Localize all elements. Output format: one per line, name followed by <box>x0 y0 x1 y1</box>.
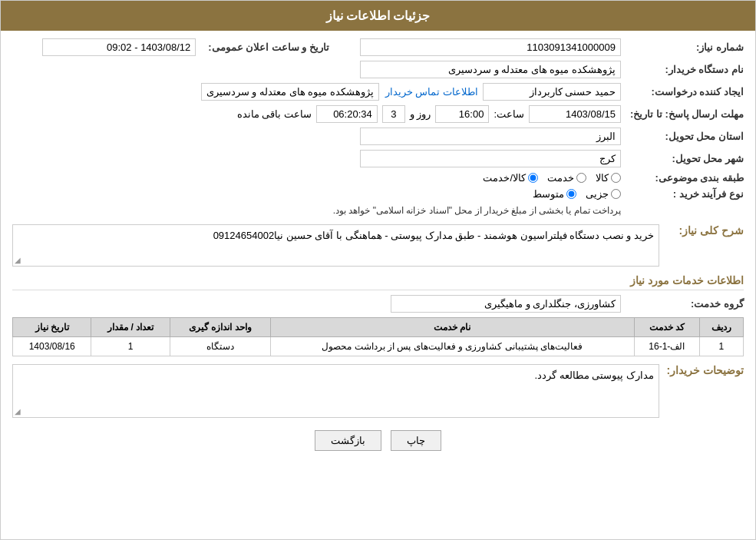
tarikh-label: تاریخ و ساعت اعلان عمومی: <box>202 41 329 53</box>
col-kodKhadamat: کد خدمت <box>634 318 699 337</box>
button-row: چاپ بازگشت <box>12 430 744 463</box>
mohlat-roz-label: روز و <box>405 108 436 120</box>
radio-kala[interactable]: کالا <box>596 172 621 184</box>
services-table: ردیف کد خدمت نام خدمت واحد اندازه گیری ت… <box>12 317 744 356</box>
noeFarayand-radiogroup: جزیی متوسط <box>333 188 621 200</box>
radio-motevaset[interactable]: متوسط <box>533 188 576 200</box>
sharhKoli-value: خرید و نصب دستگاه فیلتراسیون هوشمند - طب… <box>213 230 654 241</box>
mohlat-saat-label: ساعت: <box>489 108 529 120</box>
toseiatKharidar-value: مدارک پیوستی مطالعه گردد. <box>535 369 654 381</box>
noeFarayand-label: نوع فرآیند خرید : <box>621 188 744 200</box>
tabaghebandi-label: طبقه بندی موضوعی: <box>621 172 744 184</box>
mohlat-date: 1403/08/15 <box>529 105 621 123</box>
shahr-label: شهر محل تحویل: <box>621 153 744 164</box>
mohlat-saat: 16:00 <box>435 105 489 123</box>
col-tedad: تعداد / مقدار <box>91 318 170 337</box>
tabaghebandi-radiogroup: کالا خدمت کالا/خدمت <box>483 172 621 184</box>
table-row: 1الف-1-16فعالیت‌های پشتیبانی کشاورزی و ف… <box>13 337 744 356</box>
groheKhadamat-value: کشاورزی، جنگلداری و ماهیگیری <box>391 295 621 313</box>
groheKhadamat-label: گروه خدمت: <box>621 298 744 310</box>
table-cell: الف-1-16 <box>634 337 699 356</box>
toseiatKharidar-label: توضیحات خریدار: <box>659 364 744 376</box>
purchase-note: پرداخت تمام یا بخشی از مبلغ خریدار از مح… <box>333 203 621 218</box>
namDastgah-label: نام دستگاه خریدار: <box>621 64 744 75</box>
chap-button[interactable]: چاپ <box>391 430 441 451</box>
resize-handle2-icon: ◢ <box>15 407 21 416</box>
ostan-label: استان محل تحویل: <box>621 131 744 142</box>
resize-handle-icon: ◢ <box>15 256 21 264</box>
shomareNiaz-label: شماره نیاز: <box>621 41 744 53</box>
ejadKonande-link[interactable]: اطلاعات تماس خریدار <box>385 86 478 98</box>
shahr-value: کرج <box>360 150 621 167</box>
table-cell: 1403/08/16 <box>13 337 91 356</box>
shomareNiaz-value: 1103091341000009 <box>360 38 621 56</box>
col-namKhadamat: نام خدمت <box>270 318 634 337</box>
col-vahed: واحد اندازه گیری <box>170 318 270 337</box>
radio-khadamat[interactable]: خدمت <box>547 172 586 184</box>
radio-kala-khadamat[interactable]: کالا/خدمت <box>483 172 538 184</box>
table-cell: فعالیت‌های پشتیبانی کشاورزی و فعالیت‌های… <box>270 337 634 356</box>
table-cell: دستگاه <box>170 337 270 356</box>
table-cell: 1 <box>91 337 170 356</box>
bazgasht-button[interactable]: بازگشت <box>315 430 381 451</box>
tarikh-value: 1403/08/12 - 09:02 <box>42 38 196 56</box>
mohlat-label: مهلت ارسال پاسخ: تا تاریخ: <box>621 108 744 120</box>
mohlat-baqi: 06:20:34 <box>316 105 378 123</box>
mohlat-roz: 3 <box>382 105 405 123</box>
ejadKonande-full: پژوهشکده میوه های معتدله و سردسیری <box>201 83 379 101</box>
col-radif: ردیف <box>699 318 743 337</box>
radio-motevaset-label: متوسط <box>533 188 564 200</box>
ejadKonande-label: ایجاد کننده درخواست: <box>621 86 744 98</box>
ejadKonande-value: حمید حسنی کاربرداز <box>483 83 621 101</box>
ostan-value: البرز <box>360 128 621 145</box>
mohlat-baqi-label: ساعت باقی مانده <box>233 108 316 120</box>
services-heading: اطلاعات خدمات مورد نیاز <box>12 274 744 290</box>
namDastgah-value: پژوهشکده میوه های معتدله و سردسیری <box>360 61 621 78</box>
radio-kala-label: کالا <box>596 172 609 184</box>
radio-jozi-label: جزیی <box>586 188 609 200</box>
radio-khadamat-label: خدمت <box>547 172 574 184</box>
toseiatKharidar-box: مدارک پیوستی مطالعه گردد. ◢ <box>12 364 659 418</box>
radio-jozi[interactable]: جزیی <box>586 188 621 200</box>
radio-kala-khadamat-label: کالا/خدمت <box>483 172 526 184</box>
page-title: جزئیات اطلاعات نیاز <box>1 1 755 31</box>
sharhKoli-label: شرح کلی نیاز: <box>659 224 744 237</box>
col-tarikh: تاریخ نیاز <box>13 318 91 337</box>
table-cell: 1 <box>699 337 743 356</box>
